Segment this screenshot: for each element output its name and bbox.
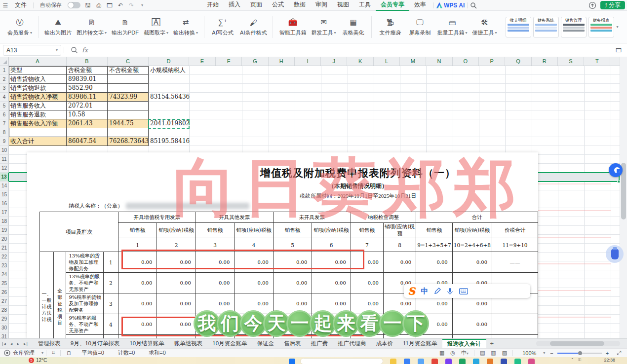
column-header-E[interactable]: E: [189, 57, 216, 66]
hamburger-menu-icon[interactable]: ☰: [1, 1, 10, 9]
taskbar-app-icon-5[interactable]: [459, 359, 466, 364]
magnifier-icon[interactable]: [71, 46, 78, 54]
sheet-tab-报送收入合计[interactable]: 报送收入合计: [442, 339, 486, 348]
row-header-7[interactable]: 7: [0, 119, 9, 128]
taskbar-app-icon-0[interactable]: [390, 359, 396, 364]
redo-icon[interactable]: ↷: [127, 1, 136, 9]
namebox-caret-icon[interactable]: ▾: [56, 48, 58, 52]
cell-A6[interactable]: 销售服务退款: [9, 110, 67, 119]
column-header-G[interactable]: G: [242, 57, 268, 66]
menu-tab-6[interactable]: 视图: [332, 0, 354, 11]
selection-stats-icon[interactable]: 🗒: [63, 350, 75, 356]
row-header-20[interactable]: 20: [0, 235, 9, 244]
row-header-14[interactable]: 14: [0, 182, 9, 190]
row-header-3[interactable]: 3: [0, 84, 9, 93]
taskbar-app-icon-6[interactable]: [473, 359, 479, 364]
template-card-0[interactable]: 收支明细: [506, 17, 531, 37]
fullscreen-icon[interactable]: ⤢: [614, 350, 624, 356]
zoom-knob[interactable]: [578, 351, 582, 355]
pen-icon[interactable]: [434, 288, 441, 294]
zoom-level[interactable]: 100%: [515, 350, 543, 356]
row-header-29[interactable]: 29: [0, 315, 9, 324]
column-header-B[interactable]: B: [67, 57, 108, 66]
cell-D1[interactable]: 小规模纳税人: [149, 66, 189, 75]
horizontal-scrollbar-thumb[interactable]: [550, 341, 604, 346]
zoom-in-icon[interactable]: +: [606, 350, 609, 356]
formula-input[interactable]: [92, 43, 613, 57]
template-card-3[interactable]: 财务报表: [588, 17, 614, 37]
menu-tab-0[interactable]: 开始: [202, 0, 224, 11]
便捷工具-button[interactable]: 🛠便捷工具▾: [470, 13, 500, 41]
sheet-tab-管理报表[interactable]: 管理报表: [33, 339, 66, 348]
tab-wps-ai[interactable]: WPS AI: [444, 2, 465, 9]
row-header-28[interactable]: 28: [0, 306, 9, 315]
row-header-2[interactable]: 2: [0, 75, 9, 84]
weather-widget[interactable]: 5 12°C: [29, 358, 47, 363]
cell-C7[interactable]: 1944.75: [108, 119, 149, 128]
row-header-4[interactable]: 4: [0, 93, 9, 102]
row-header-22[interactable]: 22: [0, 253, 9, 261]
column-headers[interactable]: ABCDEFGHIJKLMNOPQRST: [0, 57, 620, 66]
会员服务-button[interactable]: Ⓥ会员服务▾: [5, 13, 35, 41]
column-header-C[interactable]: C: [108, 57, 149, 66]
template-card-1[interactable]: 财务系统: [533, 17, 559, 37]
undo-icon[interactable]: ↶: [116, 1, 125, 9]
cell-C1[interactable]: 不含税金额: [108, 66, 149, 75]
row-header-24[interactable]: 24: [0, 270, 9, 279]
taskbar-app-icon-8[interactable]: [501, 359, 507, 364]
column-header-K[interactable]: K: [348, 57, 374, 66]
cell-B1[interactable]: 含税金额: [67, 66, 108, 75]
row-header-21[interactable]: 21: [0, 244, 9, 253]
name-box[interactable]: A13▾: [3, 45, 61, 56]
row-header-30[interactable]: 30: [0, 324, 9, 332]
gallery-caret-icon[interactable]: ▾: [617, 25, 619, 29]
menu-tab-2[interactable]: 页面: [245, 0, 267, 11]
input-method-toolbar[interactable]: S 中: [404, 284, 530, 298]
menu-tab-9[interactable]: 效率: [409, 0, 431, 11]
cell-A8[interactable]: [9, 128, 67, 137]
windows-taskbar[interactable]: 5 12°C ⌃ ⚿ 22:38: [0, 357, 627, 364]
智能工具箱-button[interactable]: 🧰智能工具箱: [276, 13, 309, 41]
table-tools-icon[interactable]: ▦: [436, 350, 447, 356]
chat-bubble-float-icon[interactable]: [609, 163, 623, 177]
群发工具-button[interactable]: ✉群发工具▾: [309, 13, 338, 41]
column-header-J[interactable]: J: [321, 57, 347, 66]
cell-C9[interactable]: 76268.73643: [108, 137, 149, 146]
sheet-tab-10月资金账单[interactable]: 10月资金账单: [207, 339, 252, 348]
文件瘦身-button[interactable]: 🗜文件瘦身: [375, 13, 405, 41]
输出为图片-button[interactable]: ⛰输出为图片: [42, 13, 74, 41]
taskbar-app-icon-7[interactable]: [487, 359, 493, 364]
menu-tab-3[interactable]: 公式: [267, 0, 289, 11]
taskbar-search-box[interactable]: [300, 358, 383, 364]
add-sheet-button[interactable]: +: [486, 340, 498, 347]
row-header-27[interactable]: 27: [0, 297, 9, 306]
cell-C2[interactable]: [108, 75, 149, 84]
cell-A5[interactable]: 销售服务收入: [9, 102, 67, 110]
menu-tab-1[interactable]: 插入: [224, 0, 245, 11]
column-header-N[interactable]: N: [426, 57, 452, 66]
template-card-2[interactable]: 销售管理: [561, 17, 587, 37]
microphone-icon[interactable]: [447, 288, 453, 295]
cell-D4[interactable]: 83154.56436: [149, 93, 189, 102]
column-header-O[interactable]: O: [453, 57, 479, 66]
cell-B6[interactable]: 10.58: [67, 110, 108, 119]
taskbar-app-icon-1[interactable]: [404, 359, 410, 364]
sheet-tab-保证金[interactable]: 保证金: [252, 339, 279, 348]
cell-A3[interactable]: 销售货物退款: [9, 84, 67, 93]
cell-C3[interactable]: [108, 84, 149, 93]
library-button[interactable]: 🕮 文库: [623, 13, 627, 41]
cell-B4[interactable]: 83986.11: [67, 93, 108, 102]
taskbar-app-icon-10[interactable]: [528, 359, 535, 364]
row-header-17[interactable]: 17: [0, 208, 9, 217]
menu-tab-8[interactable]: 会员专享: [376, 0, 409, 11]
normal-view-icon[interactable]: ▤: [477, 350, 488, 356]
column-header-A[interactable]: A: [9, 57, 67, 66]
row-header-19[interactable]: 19: [0, 226, 9, 235]
row-header-6[interactable]: 6: [0, 110, 9, 119]
print-preview-icon[interactable]: 🗔: [105, 1, 114, 9]
cell-A2[interactable]: 销售货物收入: [9, 75, 67, 84]
chinese-mode-indicator[interactable]: 中: [421, 287, 428, 296]
cell-A4[interactable]: 销售货物收入净额: [9, 93, 67, 102]
column-header-P[interactable]: P: [479, 57, 505, 66]
cell-C6[interactable]: [108, 110, 149, 119]
